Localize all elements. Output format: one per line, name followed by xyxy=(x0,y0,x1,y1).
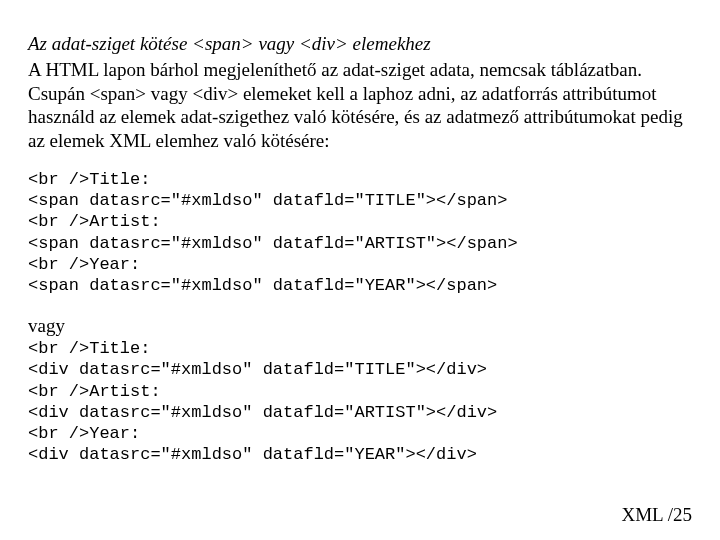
page-footer: XML /25 xyxy=(621,504,692,526)
page: Az adat-sziget kötése <span> vagy <div> … xyxy=(0,0,720,540)
section-heading-italic: Az adat-sziget kötése <span> vagy <div> … xyxy=(28,32,692,56)
code-example-span: <br />Title: <span datasrc="#xmldso" dat… xyxy=(28,169,692,297)
code-example-div: <br />Title: <div datasrc="#xmldso" data… xyxy=(28,338,692,466)
alternative-label: vagy xyxy=(28,314,692,338)
body-paragraph: A HTML lapon bárhol megjeleníthető az ad… xyxy=(28,58,692,153)
